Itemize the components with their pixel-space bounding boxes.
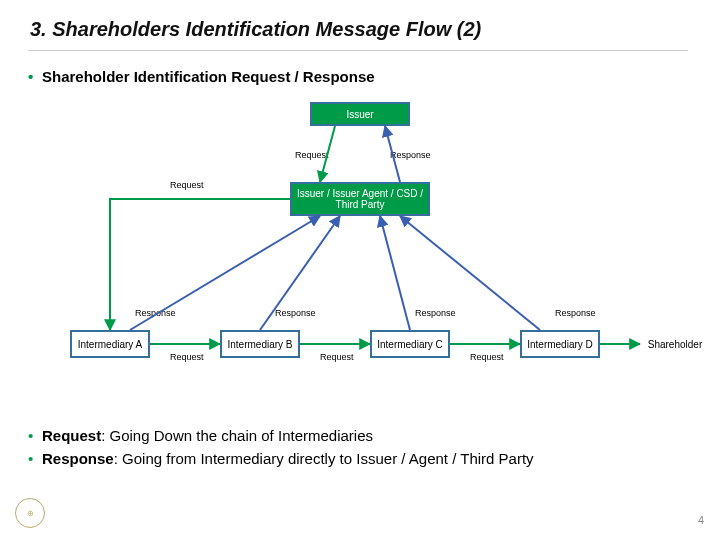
intermediary-a-box: Intermediary A (70, 330, 150, 358)
page-number: 4 (698, 514, 704, 526)
slide-subtitle: Shareholder Identification Request / Res… (42, 68, 375, 85)
label-request-ab: Request (170, 352, 204, 362)
shareholder-box: Shareholder (640, 330, 710, 358)
label-response-a: Response (135, 308, 176, 318)
intermediary-b-box: Intermediary B (220, 330, 300, 358)
label-request-cd: Request (470, 352, 504, 362)
bullet-response-rest: : Going from Intermediary directly to Is… (114, 450, 534, 467)
label-response-d: Response (555, 308, 596, 318)
intermediary-d-box: Intermediary D (520, 330, 600, 358)
issuer-box: Issuer (310, 102, 410, 126)
bullet-response: Response: Going from Intermediary direct… (42, 448, 534, 471)
label-request-left: Request (170, 180, 204, 190)
intermediary-c-box: Intermediary C (370, 330, 450, 358)
label-response-b: Response (275, 308, 316, 318)
bottom-bullets: Request: Going Down the chain of Interme… (42, 425, 534, 470)
bullet-request-bold: Request (42, 427, 101, 444)
label-request-bc: Request (320, 352, 354, 362)
agent-box: Issuer / Issuer Agent / CSD / Third Part… (290, 182, 430, 216)
bullet-request: Request: Going Down the chain of Interme… (42, 425, 534, 448)
diagram-arrows (0, 100, 720, 420)
swift-logo-icon: ⊕ (15, 498, 45, 528)
label-request-top: Request (295, 150, 329, 160)
slide-title: 3. Shareholders Identification Message F… (30, 18, 481, 41)
diagram-stage: Issuer Issuer / Issuer Agent / CSD / Thi… (0, 100, 720, 420)
bullet-request-rest: : Going Down the chain of Intermediaries (101, 427, 373, 444)
slide: 3. Shareholders Identification Message F… (0, 0, 720, 540)
label-response-c: Response (415, 308, 456, 318)
label-response-top: Response (390, 150, 431, 160)
bullet-response-bold: Response (42, 450, 114, 467)
svg-line-8 (380, 216, 410, 330)
title-separator (28, 50, 688, 51)
